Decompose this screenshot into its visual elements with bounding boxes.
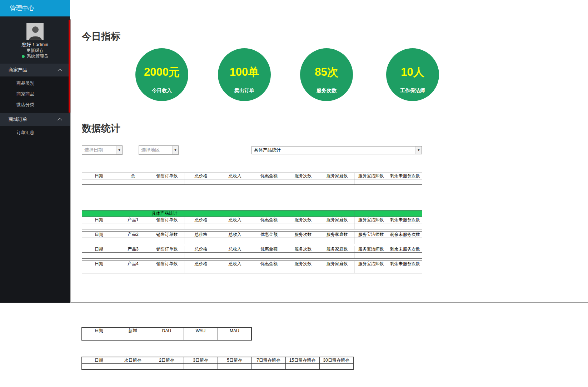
banner-cell [286, 210, 320, 217]
header-cell: 优惠金额 [252, 173, 286, 179]
chevron-up-icon [58, 118, 62, 123]
empty-cell [218, 334, 251, 340]
empty-cell [252, 179, 286, 185]
empty-cell [150, 179, 184, 185]
empty-cell [150, 238, 184, 244]
region-select-value: 选择地区 [139, 147, 172, 153]
metric-working-cleaners: 10人 工作保洁师 [386, 48, 439, 101]
empty-cell [82, 238, 116, 244]
date-select[interactable]: 选择日期 ▼ [82, 145, 123, 155]
empty-cell [82, 363, 116, 369]
chevron-down-icon: ▼ [172, 146, 178, 154]
empty-cell [150, 334, 184, 340]
sidebar-item-merchant-goods[interactable]: 商家商品 [0, 89, 70, 99]
cell: 服务宝洁师数 [354, 232, 388, 238]
sidebar-scrollbar-thumb[interactable] [69, 20, 70, 113]
app-title: 管理中心 [10, 5, 34, 11]
empty-cell [354, 223, 388, 229]
header-cell: 服务宝洁师数 [354, 173, 388, 179]
cell: 服务次数 [286, 261, 320, 267]
banner-cell [82, 210, 116, 217]
header-cell: 日期 [82, 327, 116, 334]
cell: 总价格 [184, 261, 218, 267]
cell: 销售订单数 [150, 246, 184, 253]
empty-cell [286, 223, 320, 229]
empty-cell [286, 238, 320, 244]
metric-orders-sold: 100单 卖出订单 [218, 48, 271, 101]
online-status-dot [22, 55, 25, 58]
content-panel: 今日指标 2000元 今日收入 100单 卖出订单 85次 服务次数 10人 工… [70, 19, 588, 303]
empty-cell [184, 238, 218, 244]
sidebar-item-mall-orders[interactable]: 商城订单 [0, 113, 70, 126]
header-cell: 服务次数 [286, 173, 320, 179]
cell: 产品4 [116, 261, 150, 267]
cell: 服务家庭数 [320, 261, 354, 267]
cell: 总收入 [218, 232, 252, 238]
empty-cell [252, 253, 286, 259]
header-cell: 总价格 [184, 173, 218, 179]
cell: 服务次数 [286, 246, 320, 253]
empty-cell [388, 253, 422, 259]
summary-table: 日期 总 销售订单数 总价格 总收入 优惠金额 服务次数 服务家庭数 服务宝洁师… [82, 173, 422, 185]
empty-cell [184, 363, 218, 369]
metric-label: 工作保洁师 [386, 88, 439, 94]
empty-cell [320, 238, 354, 244]
cell: 剩余未服务次数 [388, 217, 422, 223]
metric-today-income: 2000元 今日收入 [135, 48, 188, 101]
user-greeting: 您好！admin [0, 41, 70, 48]
header-cell: 总收入 [218, 173, 252, 179]
empty-cell [116, 223, 150, 229]
metric-circles: 2000元 今日收入 100单 卖出订单 85次 服务次数 10人 工作保洁师 [82, 48, 588, 101]
empty-cell [285, 363, 319, 369]
banner-cell: 具体产品统计 [150, 210, 184, 217]
refresh-cache-link[interactable]: 更新缓存 [0, 48, 70, 53]
empty-cell [320, 223, 354, 229]
menu-label: 商城订单 [9, 116, 27, 123]
header-cell: 30日留存留存 [319, 357, 353, 364]
cell: 产品3 [116, 246, 150, 253]
metric-service-count: 85次 服务次数 [300, 48, 353, 101]
banner-cell [184, 210, 218, 217]
header-cell: 7日留存留存 [251, 357, 285, 364]
product-label-row: 日期 产品4 销售订单数 总价格 总收入 优惠金额 服务次数 服务家庭数 服务宝… [82, 261, 422, 267]
sidebar-item-product-category[interactable]: 商品类别 [0, 78, 70, 89]
header-cell: 销售订单数 [150, 173, 184, 179]
header-cell: 日期 [82, 357, 116, 364]
product-table-4: 日期 产品4 销售订单数 总价格 总收入 优惠金额 服务次数 服务家庭数 服务宝… [82, 261, 422, 273]
product-stats-select[interactable]: 具体产品统计 ▼ [251, 146, 422, 154]
retention-header-row: 日期 次日留存 2日留存 3日留存 5日留存 7日留存留存 15日留存留存 30… [82, 357, 353, 364]
empty-cell [116, 267, 150, 273]
sidebar-item-order-summary[interactable]: 订单汇总 [0, 127, 70, 138]
sidebar-item-merchant-products[interactable]: 商家产品 [0, 64, 70, 76]
empty-cell [116, 179, 150, 185]
empty-cell [252, 223, 286, 229]
empty-cell [82, 334, 116, 340]
cell: 总收入 [218, 217, 252, 223]
sidebar-item-microstore-category[interactable]: 微店分类 [0, 99, 70, 110]
region-select[interactable]: 选择地区 ▼ [139, 145, 179, 155]
cell: 日期 [82, 217, 116, 223]
header-cell: 2日留存 [150, 357, 184, 364]
empty-cell [251, 363, 285, 369]
banner-cell [354, 210, 388, 217]
user-role: 系统管理员 [0, 53, 70, 59]
chevron-down-icon: ▼ [116, 146, 122, 154]
header-cell: MAU [218, 327, 251, 334]
cell: 总收入 [218, 246, 252, 253]
product-empty-row [82, 223, 422, 229]
cell: 总价格 [184, 217, 218, 223]
retention-empty-row [82, 363, 353, 369]
cell: 销售订单数 [150, 261, 184, 267]
cell: 服务家庭数 [320, 232, 354, 238]
product-empty-row [82, 253, 422, 259]
cell: 服务宝洁师数 [354, 217, 388, 223]
empty-cell [252, 238, 286, 244]
users-header-row: 日期 新增 DAU WAU MAU [82, 327, 251, 334]
metric-label: 今日收入 [135, 88, 188, 94]
empty-cell [354, 179, 388, 185]
banner-cell [320, 210, 354, 217]
today-metrics-title: 今日指标 [82, 30, 588, 43]
product-stats-select-value: 具体产品统计 [252, 147, 415, 153]
metric-value: 100单 [218, 65, 271, 80]
empty-cell [82, 179, 116, 185]
